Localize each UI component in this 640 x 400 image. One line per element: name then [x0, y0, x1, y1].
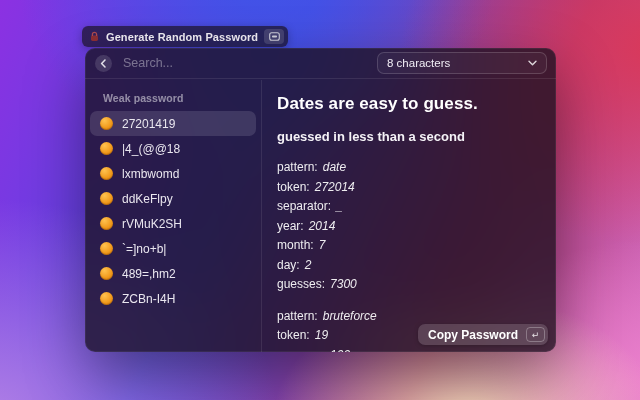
- password-list: Weak password 27201419 |4_(@@18 lxmbwomd…: [85, 80, 262, 352]
- detail-row: separator: _: [277, 197, 542, 217]
- password-text: |4_(@@18: [122, 142, 180, 156]
- top-bar: 8 characters: [85, 48, 556, 79]
- password-text: 27201419: [122, 117, 175, 131]
- password-text: ZCBn-I4H: [122, 292, 175, 306]
- detail-row: pattern: date: [277, 158, 542, 178]
- detail-row: day: 2: [277, 256, 542, 276]
- password-list-item[interactable]: ddKeFlpy: [90, 186, 256, 211]
- enter-key-icon: ↵: [526, 327, 545, 342]
- character-count-dropdown[interactable]: 8 characters: [377, 52, 547, 74]
- detail-title: Dates are easy to guess.: [277, 94, 542, 114]
- weak-strength-icon: [100, 167, 113, 180]
- dropdown-selected-value: 8 characters: [387, 57, 528, 69]
- password-list-item[interactable]: `=]no+b|: [90, 236, 256, 261]
- password-list-item[interactable]: rVMuK2SH: [90, 211, 256, 236]
- copy-password-label: Copy Password: [428, 328, 518, 342]
- detail-subtitle: guessed in less than a second: [277, 129, 542, 144]
- password-text: lxmbwomd: [122, 167, 179, 181]
- launcher-badge[interactable]: Generate Random Password: [82, 26, 288, 47]
- match-section-date: pattern: date token: 272014 separator: _…: [277, 158, 542, 295]
- password-list-item[interactable]: 27201419: [90, 111, 256, 136]
- keypad-icon: [264, 29, 284, 44]
- weak-strength-icon: [100, 142, 113, 155]
- lock-app-icon: [89, 31, 100, 42]
- password-text: rVMuK2SH: [122, 217, 182, 231]
- detail-row: month: 7: [277, 236, 542, 256]
- detail-row: guesses: 100: [277, 346, 542, 353]
- password-text: 489=,hm2: [122, 267, 176, 281]
- password-text: ddKeFlpy: [122, 192, 173, 206]
- launcher-badge-title: Generate Random Password: [106, 31, 258, 43]
- weak-strength-icon: [100, 242, 113, 255]
- copy-password-button[interactable]: Copy Password ↵: [418, 324, 548, 345]
- weak-strength-icon: [100, 192, 113, 205]
- back-button[interactable]: [95, 55, 112, 72]
- password-text: `=]no+b|: [122, 242, 166, 256]
- weak-strength-icon: [100, 217, 113, 230]
- raycast-window: 8 characters Weak password 27201419 |4_(…: [85, 48, 556, 352]
- detail-row: token: 272014: [277, 178, 542, 198]
- weak-strength-icon: [100, 292, 113, 305]
- password-list-item[interactable]: 489=,hm2: [90, 261, 256, 286]
- section-label: Weak password: [90, 88, 256, 111]
- weak-strength-icon: [100, 117, 113, 130]
- password-list-item[interactable]: ZCBn-I4H: [90, 286, 256, 311]
- search-input[interactable]: [123, 56, 377, 70]
- detail-row: guesses: 7300: [277, 275, 542, 295]
- detail-pane: Dates are easy to guess. guessed in less…: [263, 80, 556, 352]
- chevron-left-icon: [100, 59, 107, 68]
- detail-row: year: 2014: [277, 217, 542, 237]
- password-list-item[interactable]: lxmbwomd: [90, 161, 256, 186]
- chevron-down-icon: [528, 60, 537, 66]
- password-list-item[interactable]: |4_(@@18: [90, 136, 256, 161]
- weak-strength-icon: [100, 267, 113, 280]
